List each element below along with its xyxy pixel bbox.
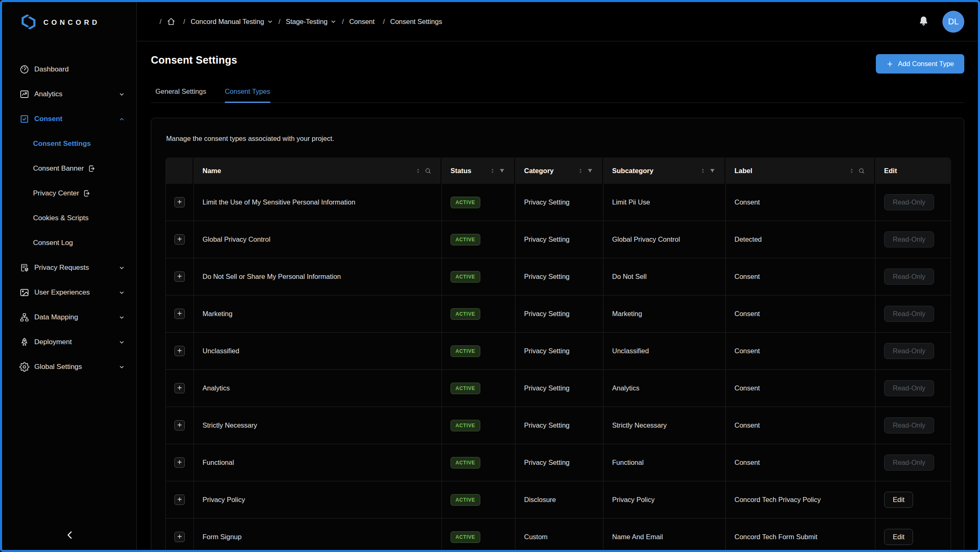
column-header[interactable]: Edit xyxy=(875,157,951,184)
sidebar-item[interactable]: Analytics xyxy=(2,82,136,107)
sidebar: CONCORD Dashboard Analytics xyxy=(2,2,137,550)
column-header-label: Subcategory xyxy=(612,167,653,175)
column-header[interactable]: Subcategory xyxy=(603,157,725,184)
cell-subcategory: Do Not Sell xyxy=(603,258,726,295)
sidebar-item[interactable]: Consent Log xyxy=(2,231,136,255)
sort-icon[interactable] xyxy=(700,168,706,174)
expand-row-button[interactable] xyxy=(174,495,185,505)
cell-edit: Read-Only xyxy=(875,295,951,332)
topbar: / / Concord Manual Testing / xyxy=(137,2,978,41)
cell-category: Privacy Setting xyxy=(515,221,603,258)
cell-category: Privacy Setting xyxy=(515,295,603,332)
sidebar-item[interactable]: Data Mapping xyxy=(2,305,136,330)
plus-icon xyxy=(176,199,183,206)
tab[interactable]: General Settings xyxy=(155,88,206,103)
sort-icon[interactable] xyxy=(415,168,421,174)
chevron-down-icon xyxy=(119,364,125,370)
sort-icon[interactable] xyxy=(577,168,584,174)
add-consent-type-button[interactable]: Add Consent Type xyxy=(876,54,964,74)
sidebar-item-label: Global Settings xyxy=(34,363,82,371)
cell-label: Consent xyxy=(726,370,875,407)
expand-row-button[interactable] xyxy=(174,234,185,245)
search-icon[interactable] xyxy=(858,167,865,174)
sidebar-item[interactable]: Consent Banner xyxy=(2,156,136,181)
sort-icon[interactable] xyxy=(489,168,496,174)
cell-name: Limit the Use of My Sensitive Personal I… xyxy=(194,184,442,221)
expand-row-button[interactable] xyxy=(174,346,185,356)
cell-category: Privacy Setting xyxy=(515,258,603,295)
cell-status: ACTIVE xyxy=(442,258,515,295)
logo: CONCORD xyxy=(2,2,136,43)
row-action-button[interactable]: Read-Only xyxy=(884,454,934,471)
breadcrumb-item[interactable]: / Consent xyxy=(336,18,377,26)
search-icon[interactable] xyxy=(424,167,432,174)
sidebar-item[interactable]: Dashboard xyxy=(2,57,136,82)
column-header[interactable]: Category xyxy=(515,157,603,184)
avatar[interactable]: DL xyxy=(942,11,964,33)
table-body: Limit the Use of My Sensitive Personal I… xyxy=(165,184,951,550)
home-icon xyxy=(167,17,175,26)
expand-row-button[interactable] xyxy=(174,197,185,207)
sidebar-item[interactable]: Consent Settings xyxy=(2,131,136,156)
sidebar-item-label: Consent Banner xyxy=(33,164,84,173)
filter-icon[interactable] xyxy=(587,168,593,174)
sidebar-collapse-button[interactable] xyxy=(63,528,77,542)
row-action-button[interactable]: Read-Only xyxy=(884,380,934,396)
cell-edit: Read-Only xyxy=(875,370,951,407)
sort-icon[interactable] xyxy=(849,168,855,174)
notifications-button[interactable] xyxy=(918,16,929,27)
expand-row-button[interactable] xyxy=(174,420,185,431)
filter-icon[interactable] xyxy=(709,168,715,174)
breadcrumb-label: Consent xyxy=(349,18,374,26)
chevron-left-icon xyxy=(64,530,75,542)
row-action-button[interactable]: Read-Only xyxy=(884,194,934,210)
cell-category: Privacy Setting xyxy=(515,407,603,444)
column-header[interactable] xyxy=(165,157,193,184)
row-action-button[interactable]: Edit xyxy=(884,529,913,545)
sidebar-item[interactable]: Global Settings xyxy=(2,355,136,379)
expand-row-button[interactable] xyxy=(174,383,185,393)
cell-status: ACTIVE xyxy=(442,481,515,518)
tab[interactable]: Consent Types xyxy=(225,88,270,103)
sidebar-item[interactable]: Consent xyxy=(2,107,136,131)
row-action-button[interactable]: Read-Only xyxy=(884,343,934,359)
expand-row-button[interactable] xyxy=(174,532,185,542)
sidebar-item[interactable]: Deployment xyxy=(2,330,136,355)
sidebar-item[interactable]: Privacy Requests xyxy=(2,255,136,280)
cell-edit: Read-Only xyxy=(875,407,951,444)
cell-category: Disclosure xyxy=(515,481,603,518)
breadcrumb-item[interactable]: / xyxy=(154,17,178,26)
cell-name: Strictly Necessary xyxy=(194,407,442,444)
breadcrumb-item[interactable]: / Concord Manual Testing xyxy=(178,18,273,26)
cell-subcategory: Marketing xyxy=(603,295,726,332)
breadcrumb-item[interactable]: / Consent Settings xyxy=(377,18,445,26)
doc-shield-icon xyxy=(19,263,29,273)
sidebar-item[interactable]: Cookies & Scripts xyxy=(2,206,136,231)
sidebar-item[interactable]: Privacy Center xyxy=(2,181,136,206)
chevron-down-icon xyxy=(119,339,125,345)
row-action-button[interactable]: Edit xyxy=(884,492,913,508)
cell-subcategory: Strictly Necessary xyxy=(603,407,726,444)
filter-icon[interactable] xyxy=(499,168,505,174)
concord-logo-icon xyxy=(20,14,37,32)
expand-row-button[interactable] xyxy=(174,271,185,282)
main-content: Consent Settings Add Consent Type Genera… xyxy=(137,41,978,550)
cell-status: ACTIVE xyxy=(442,407,515,444)
row-action-button[interactable]: Read-Only xyxy=(884,417,934,433)
cell-status: ACTIVE xyxy=(442,444,515,481)
status-badge: ACTIVE xyxy=(451,345,480,357)
column-header[interactable]: Status xyxy=(441,157,515,184)
sidebar-item[interactable]: User Experiences xyxy=(2,280,136,305)
row-action-button[interactable]: Read-Only xyxy=(884,269,934,285)
column-header[interactable]: Name xyxy=(193,157,441,184)
expand-row-button[interactable] xyxy=(174,457,185,468)
expand-row-button[interactable] xyxy=(174,309,185,319)
breadcrumb-item[interactable]: / Stage-Testing xyxy=(273,18,337,26)
row-action-button[interactable]: Read-Only xyxy=(884,306,934,322)
breadcrumb-separator: / xyxy=(383,18,385,26)
column-header[interactable]: Label xyxy=(725,157,875,184)
row-action-button[interactable]: Read-Only xyxy=(884,231,934,247)
table-row: Marketing ACTIVE Privacy Setting Marketi… xyxy=(166,295,951,333)
checkbox-icon xyxy=(19,114,29,124)
cell-edit: Edit xyxy=(875,481,951,518)
